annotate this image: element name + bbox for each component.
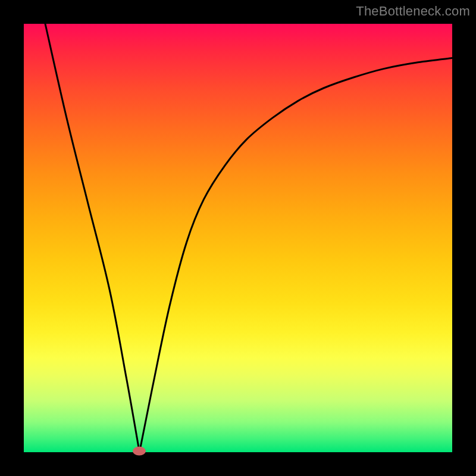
plot-area	[24, 24, 452, 452]
watermark-text: TheBottleneck.com	[356, 4, 470, 19]
curve-svg	[24, 24, 452, 452]
bottleneck-curve-path	[45, 24, 452, 452]
minimum-marker	[133, 447, 146, 456]
chart-frame: TheBottleneck.com	[0, 0, 476, 476]
